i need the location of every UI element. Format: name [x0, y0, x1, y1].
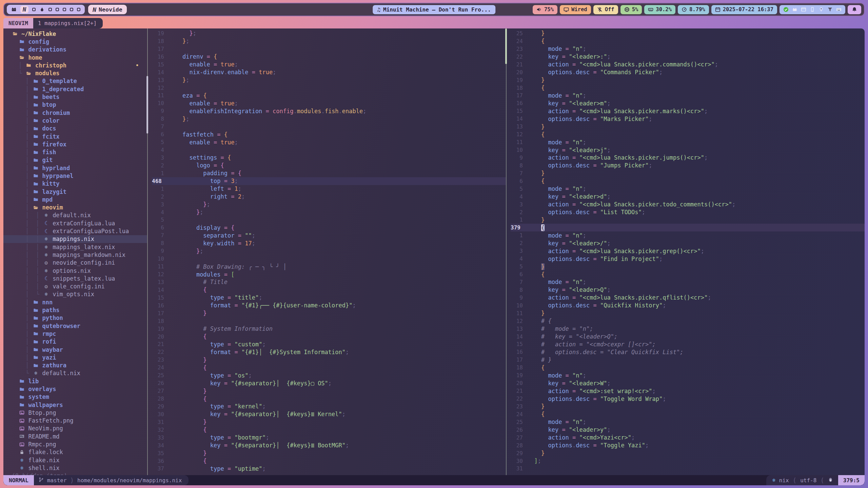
tree-item-system[interactable]: system	[3, 393, 147, 401]
code-line[interactable]: 36 {	[152, 457, 506, 465]
code-line[interactable]: 20 options.desc = "Commands Picker";	[511, 68, 865, 76]
tree-item-options-nix[interactable]: │ │ ❄options.nix	[3, 267, 147, 274]
code-line[interactable]: 32 {	[152, 426, 506, 434]
tree-item-hyprland[interactable]: │ hyprland	[3, 164, 147, 172]
tree-item-waybar[interactable]: │ waybar	[3, 346, 147, 353]
code-line[interactable]: 11 # Box Drawing: ╭ ─ ╮ ╰ ╯ │	[152, 263, 506, 270]
tree-item-config[interactable]: config	[3, 38, 147, 45]
code-line[interactable]: 14 {	[152, 286, 506, 294]
code-line[interactable]: 28 options.desc = "Toggle Yazi";	[511, 442, 865, 449]
code-line[interactable]: 17 # }	[511, 356, 865, 364]
square-icon[interactable]	[63, 8, 66, 11]
ram-stat-pill[interactable]: 30.2%	[644, 5, 675, 14]
neovide-n-icon[interactable]: N	[20, 6, 28, 13]
tree-item-wallpapers[interactable]: wallpapers	[3, 401, 147, 409]
notification-bell-button[interactable]	[848, 5, 861, 14]
tree-item-flake-lock[interactable]: flake.lock	[3, 448, 147, 456]
tree-item-lib[interactable]: lib	[3, 377, 147, 385]
window-title-pill[interactable]: N Neovide	[88, 5, 126, 14]
code-line[interactable]: 5 mode = "n";	[511, 185, 865, 193]
tree-item-fish[interactable]: │ fish	[3, 148, 147, 156]
code-line[interactable]: 20 key = "<leader>W";	[511, 379, 865, 387]
code-line[interactable]: 34 key = "{#separator}│ {#keys}≣ BootMGR…	[152, 442, 506, 449]
tree-item-mappings-markdown-nix[interactable]: │ │ ❄mappings_markdown.nix	[3, 251, 147, 259]
tree-item--nixflake[interactable]: ~/NixFlake	[3, 30, 147, 38]
code-line[interactable]: 17 }	[152, 309, 506, 317]
tree-item-extraconfiglua-lua[interactable]: │ │ ☾extraConfigLua.lua	[3, 219, 147, 227]
code-line[interactable]: 11 eza = {	[152, 92, 506, 100]
tree-item-1-deprecated[interactable]: │ 1_deprecated	[3, 85, 147, 93]
tree-item-mappings-nix[interactable]: │ │ ❄mappings.nix	[3, 235, 147, 243]
tree-item-git[interactable]: │ git	[3, 156, 147, 164]
tree-item-nnn[interactable]: │ nnn	[3, 298, 147, 306]
tree-item-vale-config-ini[interactable]: │ │ ⚙vale_config.ini	[3, 283, 147, 290]
code-line[interactable]: 22 options.desc = "Toggle Word Wrap";	[511, 395, 865, 403]
code-line[interactable]: 14 nix-direnv.enable = true;	[152, 68, 506, 76]
pin-icon[interactable]	[818, 7, 824, 12]
code-line[interactable]: 5	[152, 216, 506, 224]
code-line[interactable]: 5 }	[511, 263, 865, 270]
cat-tray-icon[interactable]	[792, 7, 797, 12]
tree-item-modules[interactable]: └ modules	[3, 69, 147, 77]
music-player-widget[interactable]: ♫ Minuit Machine – Don't Run Fro...	[373, 5, 495, 14]
workspace-switcher[interactable]: N	[7, 5, 85, 14]
code-line[interactable]: 6 {	[511, 177, 865, 185]
code-line[interactable]: 26 key = "{#separator}│ {#keys}▢ OS";	[152, 379, 506, 387]
tree-item-overlays[interactable]: overlays	[3, 385, 147, 393]
tree-item-default-nix[interactable]: │ │ ❄default.nix	[3, 211, 147, 219]
tree-item-lazygit[interactable]: │ lazygit	[3, 188, 147, 196]
code-line[interactable]: 10 key = "<leader>j";	[511, 146, 865, 154]
code-line[interactable]: 25 mode = "n";	[511, 418, 865, 426]
window-icon[interactable]	[801, 7, 806, 12]
code-line[interactable]: 18 {	[511, 84, 865, 92]
code-line[interactable]: 6 fastfetch = {	[152, 130, 506, 138]
code-line[interactable]: 379 {	[511, 224, 865, 231]
code-line[interactable]: 19 mode = "n";	[511, 371, 865, 379]
right-pane-scrollbar[interactable]	[505, 28, 507, 64]
code-line[interactable]: 9 action = "<cmd>lua Snacks.picker.jumps…	[511, 154, 865, 162]
code-line[interactable]: 3 };	[152, 201, 506, 208]
code-line[interactable]: 26 key = "<leader>y";	[511, 426, 865, 434]
tree-item-fastfetch-png[interactable]: FastFetch.png	[3, 417, 147, 425]
code-line[interactable]: 2 logo = {	[152, 162, 506, 169]
keyboard-icon[interactable]	[836, 7, 842, 12]
tree-item-neovim[interactable]: │ neovim	[3, 204, 147, 211]
square-icon[interactable]	[48, 8, 52, 11]
code-line[interactable]: 14 options.desc = "Marks Picker";	[511, 115, 865, 123]
tree-item-extraconfigluapost-lua[interactable]: │ │ ☾extraConfigLuaPost.lua	[3, 227, 147, 235]
tree-item-0-template[interactable]: │ 0_template	[3, 77, 147, 85]
check-circle-icon[interactable]	[783, 7, 789, 12]
code-line[interactable]: 24 {	[511, 37, 865, 45]
tree-item-color[interactable]: │ color	[3, 117, 147, 124]
code-line[interactable]: 27 }	[152, 387, 506, 395]
middle-pane-scrollbar[interactable]	[146, 76, 148, 134]
code-line[interactable]: 17 mode = "n";	[511, 92, 865, 100]
tree-item-flake-nix[interactable]: ❄flake.nix	[3, 456, 147, 464]
code-line[interactable]: 25 }	[511, 29, 865, 37]
tree-item-beets[interactable]: │ beets	[3, 93, 147, 101]
code-line[interactable]: 1 }	[511, 216, 865, 224]
code-line[interactable]: 4	[152, 146, 506, 154]
code-line[interactable]: 20 {	[152, 333, 506, 341]
square-icon[interactable]	[56, 8, 59, 11]
code-line[interactable]: 7 mode = "n";	[511, 278, 865, 286]
code-line[interactable]: 19 };	[152, 29, 506, 37]
code-line[interactable]: 29 }	[511, 449, 865, 457]
code-line[interactable]: 23 mode = "n";	[511, 45, 865, 53]
tree-item-python[interactable]: │ python	[3, 314, 147, 322]
code-line[interactable]: 4 key = "<leader>d";	[511, 193, 865, 201]
calendar-stat-pill[interactable]: 2025-07-22 16:37	[711, 5, 777, 14]
tree-item-fcitx[interactable]: │ fcitx	[3, 133, 147, 140]
code-line[interactable]: 37 type = "uptime";	[152, 465, 506, 473]
tree-item-derivations[interactable]: derivations	[3, 46, 147, 54]
tree-item-chromium[interactable]: │ chromium	[3, 109, 147, 117]
code-line[interactable]: 1 left = 1;	[152, 185, 506, 193]
code-line[interactable]: 21 action = "<cmd>:set wrap!<cr>";	[511, 387, 865, 395]
code-line[interactable]: 3 action = "<cmd>lua Snacks.picker.grep(…	[511, 247, 865, 255]
code-line[interactable]: 13 # mode = "n";	[511, 325, 865, 333]
code-line[interactable]: 1 padding = {	[152, 169, 506, 177]
code-line[interactable]: 8 key.width = 17;	[152, 239, 506, 247]
tab-mappings-nix[interactable]: 1 mappings.nix[2+]	[33, 18, 103, 28]
code-line[interactable]: 29 type = "kernel";	[152, 403, 506, 410]
code-line[interactable]: 24 {	[152, 364, 506, 371]
